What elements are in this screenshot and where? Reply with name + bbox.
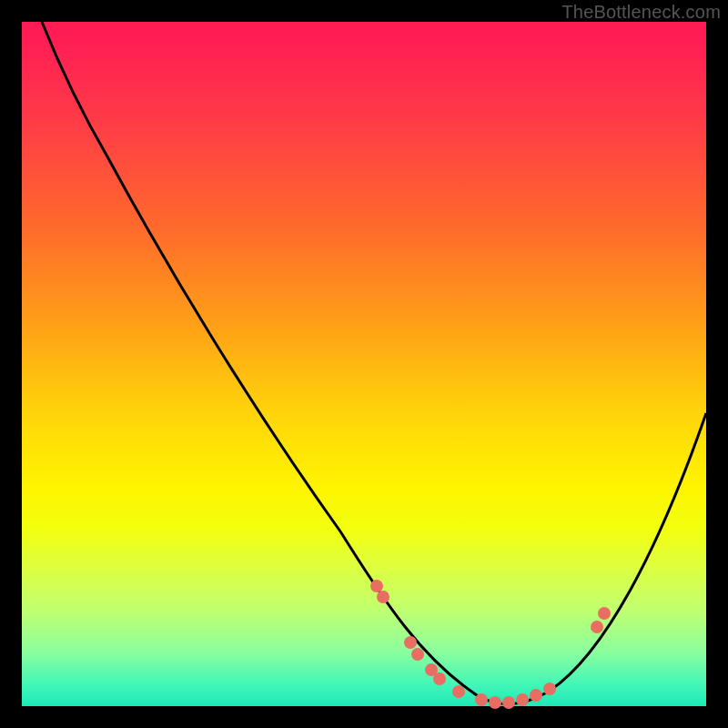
svg-point-5: [433, 672, 446, 685]
svg-point-10: [516, 693, 529, 706]
svg-point-3: [411, 648, 424, 661]
svg-point-0: [370, 580, 383, 592]
svg-point-8: [489, 696, 501, 709]
svg-point-11: [530, 689, 542, 702]
plot-svg: [22, 22, 706, 706]
sample-points: [370, 580, 611, 709]
svg-point-6: [452, 685, 465, 698]
bottleneck-curve: [42, 22, 706, 704]
svg-point-7: [475, 693, 488, 706]
watermark: TheBottleneck.com: [561, 2, 721, 23]
svg-point-12: [543, 682, 556, 695]
svg-point-13: [591, 621, 603, 633]
svg-point-2: [404, 636, 417, 649]
svg-point-14: [598, 607, 611, 620]
svg-point-1: [377, 591, 389, 603]
plot-container: [22, 22, 706, 706]
svg-point-9: [502, 696, 515, 709]
